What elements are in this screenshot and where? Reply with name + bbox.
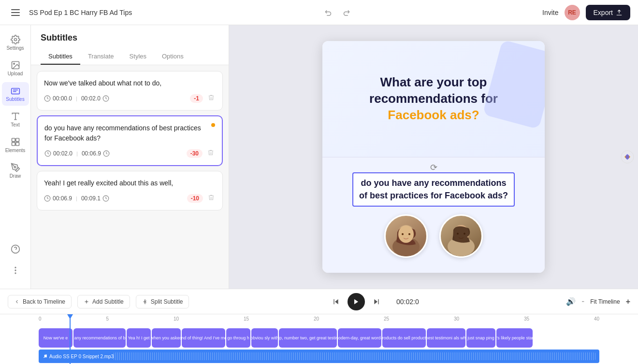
sidebar-item-upload[interactable]: Upload: [2, 56, 29, 80]
svg-rect-2: [11, 15, 20, 16]
skip-back-button[interactable]: [328, 294, 344, 309]
tab-subtitles[interactable]: Subtitles: [41, 49, 80, 65]
clip-12[interactable]: just snap ping: [466, 328, 495, 348]
subtitle-list: Now we've talked about what not to do, 0…: [31, 65, 229, 289]
sidebar-item-text[interactable]: Text: [2, 108, 29, 131]
clip-5[interactable]: I love is kind of thing! And I've mentio…: [182, 328, 225, 348]
upload-label: Upload: [8, 71, 23, 76]
volume-icon[interactable]: 🔊: [566, 297, 576, 306]
delete-card-2[interactable]: [206, 148, 215, 158]
avatar-row: [384, 214, 483, 258]
clip-9[interactable]: is just modern-day, great word-of-mout: [338, 328, 381, 348]
svg-rect-7: [12, 139, 15, 142]
audio-track: Audio SS EP 0 Snippet 2.mp3: [39, 350, 599, 363]
audio-waveform: [114, 352, 595, 360]
sidebar-item-draw[interactable]: Draw: [2, 159, 29, 182]
zoom-in-button[interactable]: +: [626, 297, 630, 306]
start-time-3: 00:06.9: [44, 195, 72, 202]
end-time-3: 00:09.1: [81, 195, 109, 202]
clip-13[interactable]: it's likely people start: [496, 328, 533, 348]
icon-sidebar: Settings Upload Subtitles Text: [0, 25, 31, 289]
timeline-controls: 00:02:0: [328, 293, 427, 310]
subtitle-tabs: Subtitles Translate Styles Options: [41, 49, 219, 65]
tab-options[interactable]: Options: [154, 49, 191, 65]
brand-icon: [621, 150, 634, 164]
sidebar-item-settings[interactable]: Settings: [2, 31, 29, 55]
clip-2[interactable]: do you have any recommendations of best …: [73, 328, 126, 348]
undo-button[interactable]: [321, 5, 336, 20]
svg-point-26: [408, 233, 410, 235]
sidebar-item-elements[interactable]: Elements: [2, 133, 29, 157]
ruler-25: 25: [384, 316, 389, 322]
play-button[interactable]: [348, 293, 365, 310]
svg-rect-8: [15, 139, 19, 142]
clip-11[interactable]: honest testimoni als which: [427, 328, 465, 348]
playhead-clip-line: [70, 325, 71, 364]
ruler-40: 40: [594, 316, 599, 322]
subtitle-card-1[interactable]: Now we've talked about what not to do, 0…: [37, 71, 223, 111]
timeline-ruler: 0 5 10 15 20 25 30 35 40: [0, 314, 638, 325]
skip-forward-button[interactable]: [369, 294, 384, 309]
help-button[interactable]: [2, 240, 29, 258]
audio-label: Audio SS EP 0 Snippet 2.mp3: [43, 354, 114, 359]
refresh-icon[interactable]: ⟳: [430, 162, 437, 173]
canvas-bottom: ⟳ do you have any recommendations of bes…: [322, 157, 545, 273]
text-label: Text: [11, 122, 19, 127]
clip-1[interactable]: Now we've e: [39, 328, 72, 348]
score-3: -10: [187, 194, 203, 203]
sidebar-item-subtitles[interactable]: Subtitles: [2, 82, 29, 106]
svg-point-11: [14, 167, 15, 168]
topbar-right: Invite RE Export: [542, 5, 630, 20]
score-1: -1: [190, 94, 203, 103]
svg-point-24: [398, 225, 414, 243]
tab-styles[interactable]: Styles: [122, 49, 154, 65]
clip-10[interactable]: sell products do sell products! Do: [382, 328, 426, 348]
playhead-line: [70, 314, 71, 325]
clip-8[interactable]: say my second top tip, number two, get g…: [279, 328, 337, 348]
more-options-button[interactable]: [2, 262, 29, 279]
delete-card-3[interactable]: [207, 193, 216, 203]
brand-icon-container: [621, 150, 634, 164]
canvas-top: What are your top recommendations for Fa…: [322, 41, 545, 157]
main-layout: Settings Upload Subtitles Text: [0, 25, 638, 289]
subtitle-overlay: do you have any recommendations of best …: [352, 172, 515, 206]
clip-6[interactable]: go throug h: [226, 328, 250, 348]
ruler-5: 5: [106, 316, 109, 322]
subtitle-card-3-footer: 00:06.9 | 00:09.1 -10: [44, 193, 216, 203]
svg-point-5: [13, 63, 14, 65]
avatar-female: [384, 214, 428, 258]
timeline-clips-area: Now we've e do you have any recommendati…: [0, 325, 638, 364]
user-avatar[interactable]: RE: [565, 5, 580, 20]
svg-rect-10: [15, 142, 19, 146]
back-to-timeline-button[interactable]: Back to Timeline: [8, 295, 72, 308]
svg-rect-1: [11, 12, 20, 13]
add-subtitle-button[interactable]: Add Subtitle: [77, 295, 130, 308]
subtitle-text-3: Yeah! I get really excited about this as…: [44, 178, 216, 188]
subtitle-card-2[interactable]: do you have any recommendations of best …: [37, 115, 223, 166]
subtitles-label: Subtitles: [6, 97, 24, 102]
svg-point-14: [15, 270, 16, 271]
subtitle-card-2-footer: 00:02.0 | 00:06.9 -30: [44, 148, 215, 158]
subtitle-text-1: Now we've talked about what not to do,: [44, 78, 216, 88]
menu-button[interactable]: [8, 5, 23, 20]
ruler-30: 30: [454, 316, 459, 322]
clip-3[interactable]: Yea h! I get: [127, 328, 151, 348]
delete-card-1[interactable]: [207, 93, 216, 103]
subtitle-overlay-text: do you have any recommendations of best …: [359, 177, 508, 201]
canvas-area: What are your top recommendations for Fa…: [229, 25, 638, 289]
subtitle-card-3[interactable]: Yeah! I get really excited about this as…: [37, 171, 223, 210]
split-subtitle-button[interactable]: Split Subtitle: [136, 295, 189, 308]
ruler-20: 20: [314, 316, 319, 322]
tab-translate[interactable]: Translate: [80, 49, 122, 65]
svg-rect-9: [12, 142, 15, 146]
ruler-10: 10: [174, 316, 179, 322]
export-button[interactable]: Export: [586, 5, 630, 20]
redo-button[interactable]: [338, 5, 354, 20]
subtitle-text-2: do you have any recommendations of best …: [44, 123, 207, 143]
clips-row: Now we've e do you have any recommendati…: [39, 328, 599, 348]
end-time-2: 00:06.9: [82, 150, 110, 157]
clip-7[interactable]: obviou sly with: [251, 328, 278, 348]
clip-4[interactable]: when you asked: [152, 328, 181, 348]
timeline-bar: Back to Timeline Add Subtitle Split Subt…: [0, 289, 638, 314]
invite-button[interactable]: Invite: [542, 9, 558, 16]
